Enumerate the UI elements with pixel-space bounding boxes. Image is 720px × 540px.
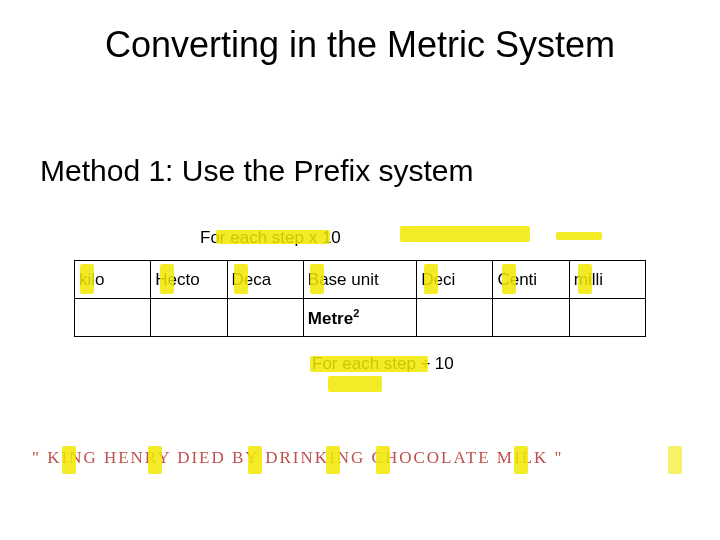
table-row: Metre2 [75, 299, 646, 337]
highlight-stroke [502, 264, 516, 294]
empty-cell [417, 299, 493, 337]
mnemonic-text: " KING HENRY DIED BY DRINKING CHOCOLATE … [32, 448, 563, 468]
empty-cell [493, 299, 569, 337]
highlight-stroke [578, 264, 592, 294]
empty-cell [569, 299, 645, 337]
highlight-stroke [376, 446, 390, 474]
method-heading: Method 1: Use the Prefix system [40, 154, 474, 188]
highlight-stroke [328, 376, 382, 392]
highlight-stroke [400, 226, 530, 242]
empty-cell [227, 299, 303, 337]
empty-cell [151, 299, 227, 337]
highlight-stroke [80, 264, 94, 294]
highlight-stroke [668, 446, 682, 474]
highlight-stroke [62, 446, 76, 474]
highlight-stroke [160, 264, 174, 294]
highlight-stroke [248, 446, 262, 474]
highlight-stroke [424, 264, 438, 294]
highlight-stroke [556, 232, 602, 240]
slide-title: Converting in the Metric System [0, 24, 720, 66]
base-example-cell: Metre2 [303, 299, 416, 337]
base-example-power: 2 [353, 307, 359, 319]
highlight-stroke [148, 446, 162, 474]
highlight-stroke [310, 264, 324, 294]
base-example-text: Metre [308, 308, 353, 327]
highlight-stroke [326, 446, 340, 474]
highlight-stroke [514, 446, 528, 474]
highlight-stroke [234, 264, 248, 294]
highlight-stroke [310, 356, 428, 372]
highlight-stroke [216, 230, 330, 244]
empty-cell [75, 299, 151, 337]
